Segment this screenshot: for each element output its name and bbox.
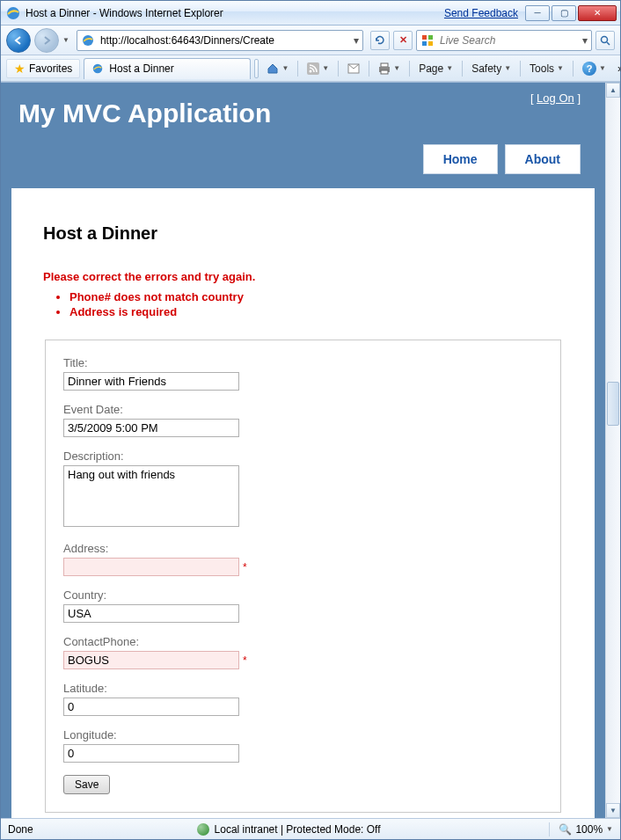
minimize-button[interactable]: ─ [525, 5, 550, 21]
ie-logo-icon [6, 6, 20, 20]
send-feedback-link[interactable]: Send Feedback [444, 7, 518, 19]
print-icon [378, 62, 391, 75]
tab-favicon-icon [91, 62, 104, 75]
contactphone-error-marker: * [243, 654, 247, 667]
navigation-bar: ▼ ▾ ✕ ▾ [1, 26, 620, 55]
tools-menu[interactable]: Tools▼ [525, 61, 568, 77]
longitude-label: Longitude: [63, 728, 543, 741]
status-text: Done [8, 823, 33, 836]
nav-tab-about[interactable]: About [505, 144, 581, 174]
status-bar: Done Local intranet | Protected Mode: Of… [1, 818, 620, 839]
page-favicon-icon [81, 33, 95, 47]
help-icon: ? [582, 62, 596, 76]
svg-rect-2 [422, 35, 427, 40]
validation-error-item: Phone# does not match country [69, 290, 563, 303]
window-title: Host a Dinner - Windows Internet Explore… [26, 7, 223, 19]
title-label: Title: [63, 356, 543, 369]
back-button[interactable] [6, 28, 31, 53]
address-input[interactable] [63, 558, 239, 576]
tab-command-bar: ★ Favorites Host a Dinner ▼ ▼ [1, 55, 620, 82]
eventdate-label: Event Date: [63, 403, 543, 416]
chevron-right-icon: » [617, 62, 621, 75]
security-zone-icon [197, 823, 209, 836]
search-go-button[interactable] [595, 31, 615, 50]
new-tab-button[interactable] [254, 59, 259, 78]
svg-rect-3 [428, 35, 433, 40]
eventdate-input[interactable] [63, 419, 239, 437]
address-label: Address: [63, 542, 543, 555]
svg-rect-5 [428, 41, 433, 46]
contactphone-input[interactable] [63, 651, 239, 669]
description-label: Description: [63, 449, 543, 463]
nav-history-dropdown[interactable]: ▼ [62, 36, 69, 44]
vertical-scrollbar[interactable]: ▲ ▼ [605, 83, 620, 818]
longitude-input[interactable] [63, 744, 239, 763]
address-dropdown-icon[interactable]: ▾ [350, 34, 362, 47]
favorites-button[interactable]: ★ Favorites [6, 59, 80, 78]
safety-menu[interactable]: Safety▼ [467, 61, 515, 77]
close-button[interactable]: ✕ [578, 5, 617, 21]
search-input[interactable] [438, 33, 579, 47]
svg-point-6 [602, 36, 608, 42]
nav-tab-home[interactable]: Home [423, 144, 498, 174]
content-area: [ Log On ] My MVC Application Home About… [1, 82, 620, 818]
address-bar[interactable]: ▾ [77, 30, 363, 51]
titlebar: Host a Dinner - Windows Internet Explore… [1, 1, 620, 26]
svg-rect-4 [422, 41, 427, 46]
stop-button[interactable]: ✕ [393, 31, 413, 50]
home-icon [267, 62, 279, 75]
latitude-label: Latitude: [63, 682, 543, 695]
title-input[interactable] [63, 372, 239, 391]
svg-rect-12 [381, 63, 388, 67]
toolbar-chevron[interactable]: » [613, 61, 621, 77]
country-input[interactable] [63, 604, 239, 623]
live-search-icon [420, 33, 435, 47]
read-mail-button[interactable] [343, 62, 364, 76]
validation-summary: Please correct the errors and try again. [43, 270, 563, 283]
svg-point-10 [310, 69, 312, 72]
feeds-button[interactable]: ▼ [303, 61, 333, 77]
latitude-input[interactable] [63, 698, 239, 716]
description-textarea[interactable]: Hang out with friends [63, 465, 239, 527]
scroll-thumb[interactable] [607, 382, 619, 426]
country-label: Country: [63, 588, 543, 602]
log-on-link[interactable]: Log On [537, 91, 574, 105]
refresh-button[interactable] [370, 31, 390, 50]
forward-button[interactable] [34, 28, 59, 53]
form-fieldset: Title: Event Date: Description: Hang out… [45, 340, 561, 813]
search-dropdown-icon[interactable]: ▾ [579, 34, 591, 47]
scroll-down-button[interactable]: ▼ [606, 803, 620, 818]
search-box[interactable]: ▾ [416, 30, 592, 51]
maximize-button[interactable]: ▢ [552, 5, 576, 21]
browser-window: Host a Dinner - Windows Internet Explore… [0, 0, 621, 840]
login-display: [ Log On ] [530, 91, 581, 105]
home-button[interactable]: ▼ [262, 61, 293, 77]
zoom-icon[interactable]: 🔍 [559, 823, 572, 836]
tab-title: Host a Dinner [109, 62, 173, 75]
save-button[interactable]: Save [63, 775, 110, 794]
favorites-label: Favorites [29, 62, 72, 75]
scroll-up-button[interactable]: ▲ [606, 83, 620, 98]
address-error-marker: * [243, 561, 247, 573]
browser-tab[interactable]: Host a Dinner [84, 58, 251, 79]
print-button[interactable]: ▼ [374, 61, 405, 77]
validation-error-list: Phone# does not match country Address is… [43, 290, 563, 318]
svg-rect-14 [381, 70, 388, 74]
app-title: My MVC Application [18, 99, 588, 128]
page-heading: Host a Dinner [43, 223, 563, 244]
address-input[interactable] [99, 34, 350, 47]
security-zone-text: Local intranet | Protected Mode: Off [215, 823, 381, 836]
zoom-level: 100% [575, 823, 603, 836]
rss-icon [307, 62, 319, 75]
contactphone-label: ContactPhone: [63, 635, 543, 648]
page-menu[interactable]: Page▼ [414, 61, 457, 77]
svg-line-7 [607, 42, 610, 45]
mail-icon [347, 63, 360, 74]
star-icon: ★ [14, 62, 26, 76]
validation-error-item: Address is required [69, 305, 563, 318]
help-button[interactable]: ?▼ [578, 60, 610, 77]
zoom-dropdown-icon[interactable]: ▼ [606, 825, 613, 833]
